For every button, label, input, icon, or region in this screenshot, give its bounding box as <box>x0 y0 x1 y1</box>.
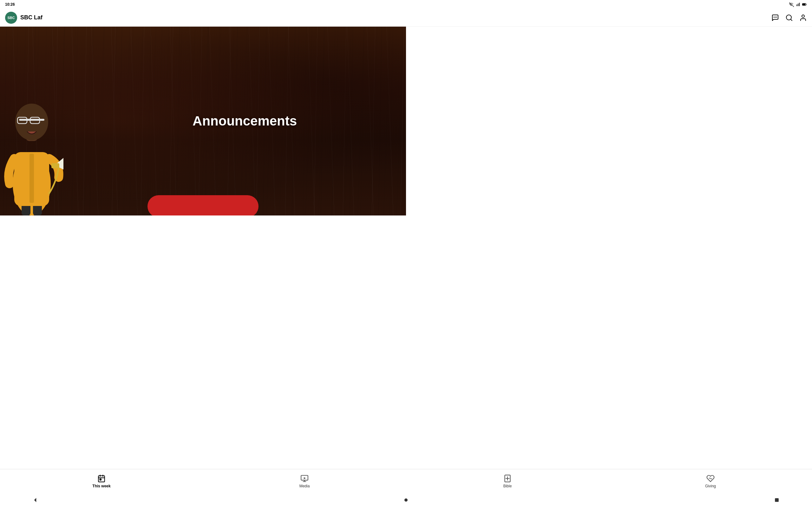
app-logo-area[interactable]: SBC SBC Laf <box>5 12 43 24</box>
app-bar: SBC SBC Laf <box>0 9 406 26</box>
logo-icon: SBC <box>5 12 17 24</box>
svg-rect-20 <box>51 163 59 168</box>
status-bar: 10:26 <box>0 0 406 9</box>
cta-button-container <box>148 195 258 216</box>
hero-background: Announcements <box>0 26 406 216</box>
cta-button[interactable] <box>148 195 258 216</box>
status-time: 10:26 <box>5 2 15 7</box>
svg-rect-16 <box>19 119 44 121</box>
svg-point-15 <box>15 104 48 140</box>
app-title: SBC Laf <box>20 14 43 21</box>
hero-area: Announcements <box>0 26 406 216</box>
hero-person-image <box>0 70 63 216</box>
hero-title: Announcements <box>193 113 297 129</box>
svg-rect-13 <box>30 154 34 203</box>
logo-text: SBC <box>7 16 14 20</box>
